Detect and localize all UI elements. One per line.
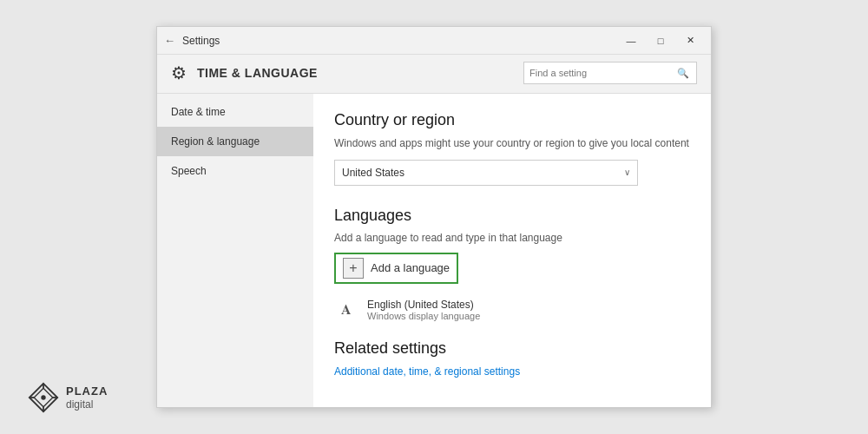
- languages-title: Languages: [334, 207, 690, 225]
- brand-sub: digital: [66, 398, 108, 411]
- search-box[interactable]: 🔍: [523, 62, 697, 84]
- sidebar-item-speech[interactable]: Speech: [157, 156, 313, 186]
- add-language-button[interactable]: + Add a language: [334, 253, 458, 284]
- title-bar: ← Settings — □ ✕: [157, 27, 711, 55]
- maximize-button[interactable]: □: [647, 31, 674, 50]
- related-settings-link[interactable]: Additional date, time, & regional settin…: [334, 365, 520, 378]
- language-font-icon: 𝐀: [334, 298, 358, 322]
- window-title: Settings: [182, 35, 617, 47]
- languages-section: Languages Add a language to read and typ…: [334, 207, 690, 326]
- languages-desc: Add a language to read and type in that …: [334, 232, 690, 244]
- country-section-desc: Windows and apps might use your country …: [334, 136, 690, 151]
- header-title: TIME & LANGUAGE: [197, 66, 513, 80]
- svg-point-2: [41, 395, 45, 399]
- settings-window: ← Settings — □ ✕ ⚙ TIME & LANGUAGE 🔍 Dat…: [156, 26, 712, 408]
- back-button[interactable]: ←: [164, 34, 175, 47]
- search-input[interactable]: [529, 68, 677, 78]
- watermark: PLAZA digital: [28, 382, 108, 413]
- brand-name: PLAZA: [66, 385, 108, 398]
- language-name: English (United States): [367, 299, 480, 311]
- language-info: English (United States) Windows display …: [367, 299, 480, 321]
- list-item: 𝐀 English (United States) Windows displa…: [334, 294, 690, 326]
- sidebar-item-region[interactable]: Region & language: [157, 127, 313, 156]
- content-area: Date & time Region & language Speech Cou…: [157, 94, 711, 407]
- plaza-logo: [28, 382, 59, 413]
- plus-icon: +: [343, 258, 364, 279]
- search-icon: 🔍: [677, 68, 689, 79]
- related-settings-section: Related settings Additional date, time, …: [334, 339, 690, 378]
- language-sub: Windows display language: [367, 311, 480, 321]
- settings-header: ⚙ TIME & LANGUAGE 🔍: [157, 55, 711, 94]
- close-button[interactable]: ✕: [676, 31, 704, 50]
- country-section-title: Country or region: [334, 111, 690, 129]
- related-settings-title: Related settings: [334, 339, 690, 358]
- dropdown-value: United States: [342, 167, 404, 179]
- chevron-down-icon: ∨: [624, 168, 630, 177]
- sidebar-item-date[interactable]: Date & time: [157, 97, 313, 127]
- sidebar: Date & time Region & language Speech: [157, 94, 313, 407]
- country-section: Country or region Windows and apps might…: [334, 111, 690, 186]
- country-dropdown[interactable]: United States ∨: [334, 160, 638, 186]
- main-content: Country or region Windows and apps might…: [313, 94, 711, 407]
- gear-icon: ⚙: [171, 62, 187, 83]
- window-controls: — □ ✕: [617, 31, 704, 50]
- add-language-label: Add a language: [371, 261, 450, 274]
- minimize-button[interactable]: —: [617, 31, 645, 50]
